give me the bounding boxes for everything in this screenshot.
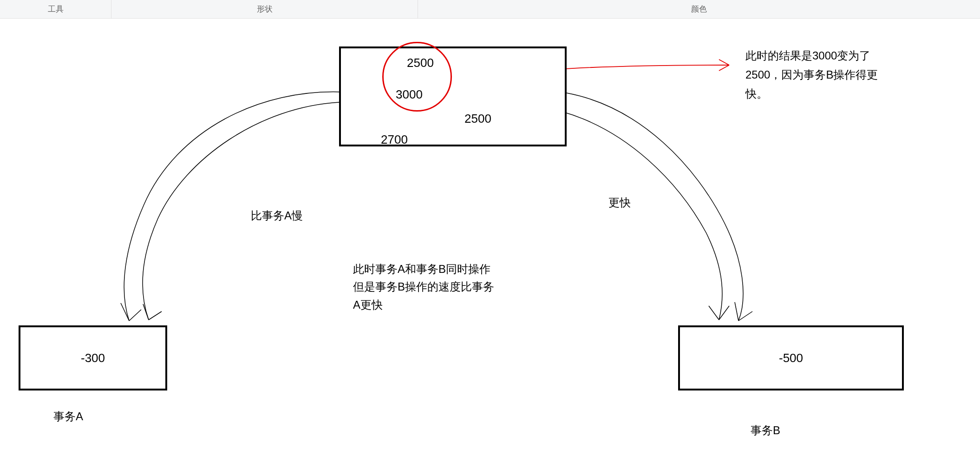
ribbon-section-colors[interactable]: 颜色 xyxy=(418,0,980,18)
label-slower: 比事务A慢 xyxy=(251,208,303,223)
ribbon-label-tools: 工具 xyxy=(48,4,64,14)
ribbon-section-shapes[interactable]: 形状 xyxy=(111,0,418,18)
center-note-line3: A更快 xyxy=(353,296,494,314)
transaction-b-value: -500 xyxy=(779,351,803,365)
right-note: 此时的结果是3000变为了 2500，因为事务B操作得更 快。 xyxy=(745,46,894,103)
center-note-line1: 此时事务A和事务B同时操作 xyxy=(353,260,494,278)
drawing-canvas[interactable]: 2500 3000 2500 2700 -300 事务A -500 事务B 比事… xyxy=(0,19,980,463)
highlight-circle xyxy=(382,42,452,112)
ribbon-section-tools[interactable]: 工具 xyxy=(0,0,111,18)
right-note-line2: 2500，因为事务B操作得更 xyxy=(745,66,894,85)
value-2700: 2700 xyxy=(381,132,408,147)
top-data-box xyxy=(339,46,567,146)
transaction-a-box: -300 xyxy=(19,325,167,390)
right-note-line3: 快。 xyxy=(745,85,894,104)
transaction-b-box: -500 xyxy=(678,325,904,390)
transaction-a-value: -300 xyxy=(81,351,105,365)
transaction-a-label: 事务A xyxy=(53,409,83,424)
center-note-line2: 但是事务B操作的速度比事务 xyxy=(353,278,494,296)
transaction-b-label: 事务B xyxy=(751,423,780,438)
ribbon-label-shapes: 形状 xyxy=(257,4,273,14)
right-note-line1: 此时的结果是3000变为了 xyxy=(745,46,894,66)
ribbon-label-colors: 颜色 xyxy=(691,4,707,14)
value-2500-b: 2500 xyxy=(464,112,491,126)
label-faster: 更快 xyxy=(608,195,631,210)
center-note: 此时事务A和事务B同时操作 但是事务B操作的速度比事务 A更快 xyxy=(353,260,494,314)
ribbon-bar: 工具 形状 颜色 xyxy=(0,0,980,19)
